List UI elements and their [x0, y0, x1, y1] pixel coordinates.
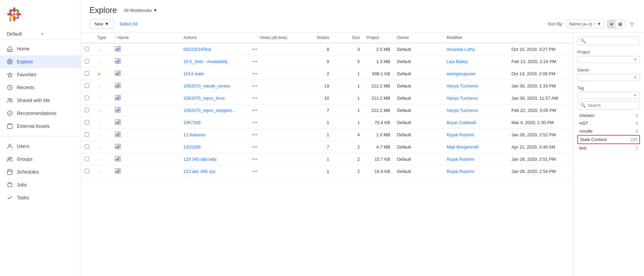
row-checkbox[interactable]	[85, 157, 89, 161]
workbook-name-link[interactable]: 1063370_rebuilt_centos	[184, 83, 231, 88]
row-checkbox[interactable]	[85, 71, 89, 76]
star-icon[interactable]: ☆	[97, 83, 102, 89]
actions-menu-button[interactable]: •••	[252, 71, 258, 76]
owner-link[interactable]: Rupal Rashmi	[447, 169, 474, 174]
row-checkbox[interactable]	[85, 59, 89, 63]
sort-dropdown[interactable]: Name (a–z) ↑ ▼	[566, 20, 604, 28]
owner-link[interactable]: Rupal Rashmi	[447, 132, 474, 137]
owner-link[interactable]: Vanya Tucherov	[447, 96, 478, 101]
actions-menu-button[interactable]: •••	[252, 120, 258, 125]
row-sheets-cell: 1	[332, 80, 363, 92]
workbook-name-link[interactable]: 1063370_repro_stripped...	[184, 108, 235, 113]
row-checkbox[interactable]	[85, 169, 89, 173]
actions-menu-button[interactable]: •••	[252, 47, 258, 52]
owner-link[interactable]: Bryan Caldwell	[447, 120, 476, 125]
col-header-name[interactable]: ↑ Name	[111, 33, 180, 43]
svg-rect-42	[116, 98, 117, 99]
actions-menu-button[interactable]: •••	[252, 157, 258, 162]
owner-link[interactable]: Rupal Rashmi	[447, 157, 474, 162]
row-project-cell: Default	[394, 165, 443, 178]
row-checkbox[interactable]	[85, 120, 89, 124]
owner-link[interactable]: Vanya Tucherov	[447, 83, 478, 88]
star-icon[interactable]: ☆	[97, 59, 102, 64]
workbook-name-link[interactable]: 1067308	[184, 120, 201, 125]
owner-link[interactable]: Matt Morgenroth	[447, 144, 479, 150]
star-icon[interactable]: ☆	[97, 169, 102, 174]
row-checkbox[interactable]	[85, 132, 89, 137]
owner-link[interactable]: Amanda Luthy	[447, 47, 475, 52]
new-button-label: New	[94, 21, 103, 26]
star-icon[interactable]: ☆	[97, 157, 102, 162]
row-star-cell: ☆	[94, 43, 111, 56]
actions-menu-button[interactable]: •••	[252, 108, 258, 113]
star-icon[interactable]: ☆	[97, 47, 102, 52]
workbook-name-link[interactable]: 123 abc 456 xyz	[184, 169, 216, 174]
owner-link[interactable]: Vanya Tucherov	[447, 108, 478, 113]
sidebar-item-external[interactable]: External Assets	[0, 120, 81, 133]
sidebar-item-groups[interactable]: Groups	[0, 153, 81, 165]
sidebar-item-users[interactable]: Users	[0, 140, 81, 153]
row-actions-cell: •••	[249, 56, 291, 68]
grid-view-button[interactable]: ⊞	[616, 20, 625, 28]
sidebar-item-schedules[interactable]: Schedules	[0, 165, 81, 178]
star-icon[interactable]: ☆	[97, 132, 102, 138]
tag-item[interactable]: test 1	[577, 144, 640, 152]
project-filter-select[interactable]: ▼	[577, 56, 640, 63]
workspace-selector[interactable]: Default ▼	[0, 28, 81, 40]
tag-item[interactable]: chicken 2	[577, 112, 640, 119]
workbook-name-link[interactable]: 1014 state	[184, 71, 204, 76]
tag-filter-select[interactable]: ▼	[577, 92, 640, 99]
workbook-name-link[interactable]: 10.5_Sets - Availability	[184, 59, 228, 64]
list-view-button[interactable]: ≡	[607, 20, 616, 28]
workbook-name-link[interactable]: 08222019Test	[184, 47, 211, 52]
tag-search-box[interactable]: 🔍	[577, 101, 640, 110]
actions-menu-button[interactable]: •••	[252, 83, 258, 88]
row-checkbox[interactable]	[85, 47, 89, 51]
owner-link[interactable]: workgroupuser	[447, 71, 476, 76]
workbook-name-link[interactable]: 123 345 lala lalla	[184, 157, 217, 162]
actions-menu-button[interactable]: •••	[252, 96, 258, 101]
workbook-name-link[interactable]: 1063370_repro_linux	[184, 96, 225, 101]
star-icon[interactable]: ☆	[97, 120, 102, 125]
sidebar-item-favorites[interactable]: Favorites	[0, 68, 81, 81]
row-checkbox[interactable]	[85, 144, 89, 149]
workbook-name-link[interactable]: 1101939	[184, 144, 201, 150]
row-owner-cell: Rupal Rashmi	[443, 129, 508, 141]
owner-link[interactable]: Lisa Bailey	[447, 59, 468, 64]
row-checkbox-cell	[81, 104, 94, 117]
actions-menu-button[interactable]: •••	[252, 132, 258, 137]
sidebar-item-jobs[interactable]: Jobs	[0, 178, 81, 191]
star-icon[interactable]: ☆	[97, 96, 102, 101]
users-label: Users	[17, 143, 29, 149]
tag-search-input[interactable]	[588, 103, 637, 108]
actions-menu-button[interactable]: •••	[252, 169, 258, 174]
row-checkbox[interactable]	[85, 96, 89, 100]
star-icon[interactable]: ☆	[97, 144, 102, 150]
all-workbooks-dropdown[interactable]: All Workbooks ▼	[121, 6, 160, 14]
new-button[interactable]: New ▼	[89, 19, 114, 29]
actions-menu-button[interactable]: •••	[252, 59, 258, 64]
main-search-input[interactable]	[588, 38, 637, 43]
view-toggle[interactable]: ≡ ⊞	[607, 20, 625, 28]
star-icon[interactable]: ☆	[97, 108, 102, 113]
tag-item[interactable]: Stale Content 229	[577, 135, 640, 144]
sidebar-item-tasks[interactable]: Tasks	[0, 191, 81, 204]
workbook-name-link[interactable]: 11 features	[184, 132, 206, 137]
svg-point-17	[10, 99, 12, 101]
select-all-button[interactable]: Select All	[118, 19, 139, 28]
star-icon[interactable]: ★	[97, 71, 102, 77]
row-checkbox[interactable]	[85, 83, 89, 88]
actions-menu-button[interactable]: •••	[252, 144, 258, 150]
row-checkbox[interactable]	[85, 108, 89, 112]
filter-icon[interactable]: ▽	[628, 20, 636, 28]
sidebar-item-home[interactable]: Home	[0, 42, 81, 55]
sidebar-item-shared[interactable]: Shared with Me	[0, 94, 81, 107]
owner-filter-select[interactable]: ▼	[577, 74, 640, 81]
sidebar-item-recents[interactable]: Recents	[0, 81, 81, 94]
sidebar-item-recommendations[interactable]: Recommendations	[0, 107, 81, 120]
tag-item[interactable]: HST 4	[577, 119, 640, 127]
schedules-label: Schedules	[17, 169, 39, 175]
sidebar-item-explore[interactable]: Explore	[0, 55, 81, 68]
tag-item[interactable]: noodle 2	[577, 127, 640, 135]
main-search-box[interactable]: 🔍	[577, 37, 640, 45]
